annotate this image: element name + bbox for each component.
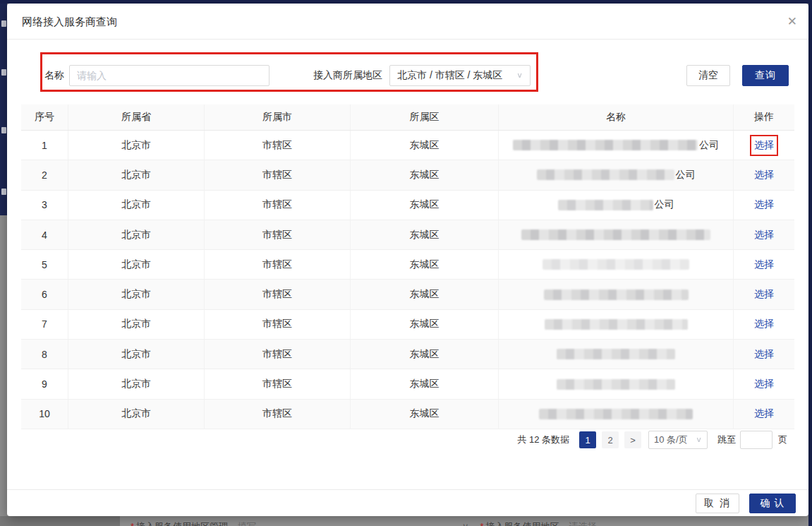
redacted-name-bar bbox=[513, 140, 698, 150]
region-select-value: 北京市 / 市辖区 / 东城区 bbox=[397, 69, 516, 82]
select-row-link[interactable]: 选择 bbox=[754, 229, 774, 241]
row-index-cell: 7 bbox=[21, 310, 68, 339]
redacted-name-bar bbox=[539, 409, 693, 419]
providers-table: 序号 所属省 所属市 所属区 名称 操作 1 北京市 市辖区 东城区 公司 选择… bbox=[21, 104, 794, 429]
required-asterisk: * bbox=[131, 521, 134, 526]
row-district-cell: 东城区 bbox=[351, 310, 499, 339]
dialog-footer: 取 消 确 认 bbox=[7, 489, 808, 516]
select-row-link[interactable]: 选择 bbox=[754, 288, 774, 301]
row-name-cell bbox=[499, 280, 734, 309]
region-select[interactable]: 北京市 / 市辖区 / 东城区 ∨ bbox=[389, 65, 531, 86]
row-city-cell: 市辖区 bbox=[205, 160, 351, 189]
row-province-cell: 北京市 bbox=[68, 340, 205, 369]
row-action-cell: 选择 bbox=[734, 250, 794, 279]
background-panel-edge bbox=[0, 516, 120, 526]
clear-button[interactable]: 清空 bbox=[686, 65, 730, 86]
next-page-button[interactable]: > bbox=[624, 431, 641, 448]
redacted-name-bar bbox=[543, 259, 689, 270]
row-name-cell bbox=[499, 220, 734, 249]
row-name-cell: 公司 bbox=[499, 160, 734, 189]
chevron-down-icon: ∨ bbox=[462, 521, 469, 526]
column-header-city: 所属市 bbox=[205, 104, 351, 130]
row-province-cell: 北京市 bbox=[68, 220, 205, 249]
company-name-suffix: 公司 bbox=[676, 169, 696, 181]
row-district-cell: 东城区 bbox=[351, 280, 499, 309]
select-row-link[interactable]: 选择 bbox=[754, 139, 774, 152]
row-district-cell: 东城区 bbox=[351, 191, 499, 220]
redacted-name-bar bbox=[521, 229, 710, 240]
background-field-value: 填写 bbox=[238, 521, 256, 526]
search-filter-row: 名称 接入商所属地区 北京市 / 市辖区 / 东城区 ∨ 清空 查询 bbox=[44, 65, 789, 86]
sidebar-text-fragment bbox=[1, 20, 6, 27]
row-city-cell: 市辖区 bbox=[205, 191, 351, 220]
select-row-link[interactable]: 选择 bbox=[754, 407, 774, 420]
row-province-cell: 北京市 bbox=[68, 400, 205, 429]
row-province-cell: 北京市 bbox=[68, 250, 205, 279]
dialog-header: 网络接入服务商查询 ✕ bbox=[7, 4, 808, 40]
row-city-cell: 市辖区 bbox=[205, 340, 351, 369]
row-index-cell: 6 bbox=[21, 280, 68, 309]
chevron-down-icon: ∨ bbox=[516, 71, 523, 80]
redacted-name-bar bbox=[558, 200, 653, 210]
company-name-suffix: 公司 bbox=[655, 198, 674, 211]
row-name-cell: 公司 bbox=[499, 191, 734, 220]
row-district-cell: 东城区 bbox=[351, 220, 499, 249]
row-city-cell: 市辖区 bbox=[205, 400, 351, 429]
row-city-cell: 市辖区 bbox=[205, 310, 351, 339]
query-button[interactable]: 查询 bbox=[742, 65, 789, 86]
column-header-name: 名称 bbox=[499, 104, 734, 130]
column-header-index: 序号 bbox=[21, 104, 68, 130]
select-row-link[interactable]: 选择 bbox=[754, 318, 774, 330]
table-row: 4 北京市 市辖区 东城区 选择 bbox=[21, 220, 794, 250]
row-province-cell: 北京市 bbox=[68, 191, 205, 220]
confirm-button[interactable]: 确 认 bbox=[749, 494, 796, 513]
row-district-cell: 东城区 bbox=[351, 400, 499, 429]
row-index-cell: 10 bbox=[21, 400, 68, 429]
row-province-cell: 北京市 bbox=[68, 131, 205, 160]
table-row: 2 北京市 市辖区 东城区 公司 选择 bbox=[21, 160, 794, 190]
select-row-link[interactable]: 选择 bbox=[754, 378, 774, 390]
background-field-value: 请选择 bbox=[569, 521, 597, 526]
close-icon[interactable]: ✕ bbox=[787, 4, 797, 40]
background-left-edge bbox=[0, 215, 7, 526]
chevron-down-icon: ∨ bbox=[696, 436, 702, 444]
row-index-cell: 2 bbox=[21, 160, 68, 189]
jump-page-input[interactable] bbox=[740, 431, 772, 449]
provider-query-dialog: 网络接入服务商查询 ✕ 名称 接入商所属地区 北京市 / 市辖区 / 东城区 ∨… bbox=[7, 4, 808, 516]
redacted-name-bar bbox=[557, 379, 675, 390]
row-action-cell: 选择 bbox=[734, 369, 794, 398]
select-row-link[interactable]: 选择 bbox=[754, 258, 774, 271]
table-row: 6 北京市 市辖区 东城区 选择 bbox=[21, 280, 794, 309]
row-index-cell: 8 bbox=[21, 340, 68, 369]
name-input[interactable] bbox=[69, 65, 269, 86]
row-city-cell: 市辖区 bbox=[205, 250, 351, 279]
total-count-text: 共 12 条数据 bbox=[517, 434, 569, 446]
row-province-cell: 北京市 bbox=[68, 280, 205, 309]
row-name-cell bbox=[499, 310, 734, 339]
row-district-cell: 东城区 bbox=[351, 340, 499, 369]
row-city-cell: 市辖区 bbox=[205, 369, 351, 398]
company-name-suffix: 公司 bbox=[699, 139, 719, 152]
sidebar-text-fragment bbox=[1, 127, 6, 133]
page-size-select[interactable]: 10 条/页 ∨ bbox=[648, 431, 708, 449]
row-province-cell: 北京市 bbox=[68, 160, 205, 189]
cancel-button[interactable]: 取 消 bbox=[696, 494, 739, 513]
dialog-title: 网络接入服务商查询 bbox=[22, 4, 117, 40]
select-row-link[interactable]: 选择 bbox=[754, 348, 774, 361]
select-row-link[interactable]: 选择 bbox=[754, 169, 774, 181]
row-province-cell: 北京市 bbox=[68, 310, 205, 339]
redacted-name-bar bbox=[537, 169, 674, 180]
row-index-cell: 4 bbox=[21, 220, 68, 249]
select-row-link[interactable]: 选择 bbox=[754, 198, 774, 211]
row-index-cell: 3 bbox=[21, 191, 68, 220]
row-index-cell: 1 bbox=[21, 131, 68, 160]
background-form-field-left: *接入服务使用地区管理填写 bbox=[131, 520, 256, 526]
row-city-cell: 市辖区 bbox=[205, 131, 351, 160]
page-button-2[interactable]: 2 bbox=[602, 431, 619, 448]
row-name-cell bbox=[499, 400, 734, 429]
column-header-district: 所属区 bbox=[351, 104, 499, 130]
row-district-cell: 东城区 bbox=[351, 250, 499, 279]
row-district-cell: 东城区 bbox=[351, 369, 499, 398]
page-button-1[interactable]: 1 bbox=[579, 431, 596, 448]
background-field-label: 接入服务使用地区 bbox=[486, 521, 559, 526]
